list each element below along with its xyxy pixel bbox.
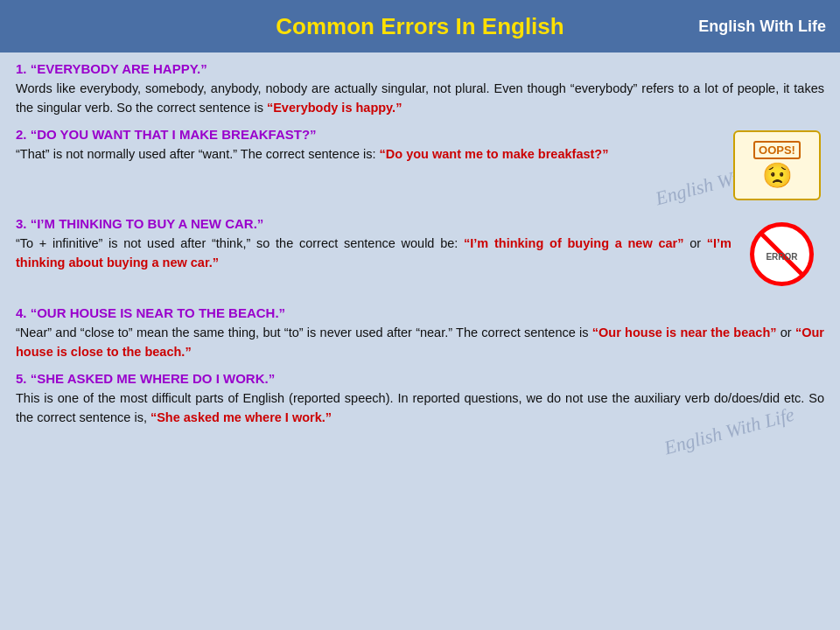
page-title: Common Errors In English <box>276 13 564 40</box>
oops-label: OOPS! <box>753 141 801 159</box>
error-heading-3: 3. “I’M THINKING TO BUY A NEW CAR.” <box>16 216 824 231</box>
error-heading-4: 4. “OUR HOUSE IS NEAR TO THE BEACH.” <box>16 305 824 320</box>
error-block-5: 5. “SHE ASKED ME WHERE DO I WORK.” This … <box>16 371 824 428</box>
error-heading-5: 5. “SHE ASKED ME WHERE DO I WORK.” <box>16 371 824 386</box>
error-text: ERROR <box>766 252 798 262</box>
correct-sentence-2: “Do you want me to make breakfast?” <box>380 147 609 161</box>
error-body-4: “Near” and “close to” mean the same thin… <box>16 323 824 362</box>
error-sign: ERROR <box>742 220 821 290</box>
oops-emoji: 😟 <box>762 161 793 190</box>
oops-badge: OOPS! 😟 <box>733 130 821 200</box>
error-block-2: OOPS! 😟 2. “DO YOU WANT THAT I MAKE BREA… <box>16 127 824 207</box>
error-heading-2: 2. “DO YOU WANT THAT I MAKE BREAKFAST?” <box>16 127 824 142</box>
correct-sentence-1: “Everybody is happy.” <box>267 101 402 115</box>
brand-label: English With Life <box>698 18 826 36</box>
correct-sentence-3a: “I’m thinking of buying a new car” <box>464 236 683 250</box>
error-body-3: “To + infinitive” is not used after “thi… <box>16 234 824 273</box>
content-area: English With Life English With Life 1. “… <box>0 52 840 630</box>
error-block-1: 1. “EVERYBODY ARE HAPPY.” Words like eve… <box>16 61 824 118</box>
header: Common Errors In English English With Li… <box>0 0 840 52</box>
correct-sentence-5: “She asked me where I work.” <box>150 410 332 424</box>
error-body-2: “That” is not normally used after “want.… <box>16 144 824 164</box>
error-body-5: This is one of the most difficult parts … <box>16 388 824 428</box>
correct-sentence-4a: “Our house is near the beach” <box>592 326 777 340</box>
error-body-1: Words like everybody, somebody, anybody,… <box>16 79 824 118</box>
error-heading-1: 1. “EVERYBODY ARE HAPPY.” <box>16 61 824 76</box>
error-circle-svg: ERROR <box>749 221 815 287</box>
page-wrapper: Common Errors In English English With Li… <box>0 0 840 630</box>
error-block-3: ERROR 3. “I’M THINKING TO BUY A NEW CAR.… <box>16 216 824 297</box>
error-block-4: 4. “OUR HOUSE IS NEAR TO THE BEACH.” “Ne… <box>16 305 824 362</box>
